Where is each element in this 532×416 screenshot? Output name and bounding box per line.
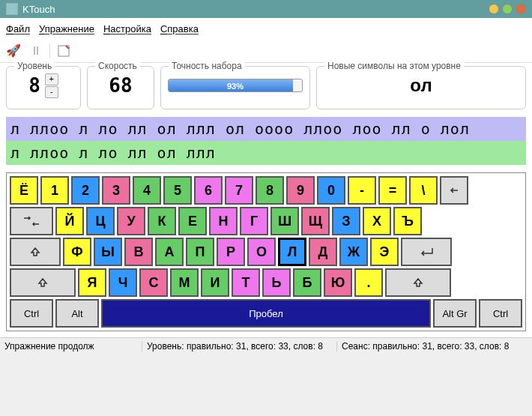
accuracy-label: Точность набора — [169, 61, 245, 71]
key-Ф[interactable]: Ф — [63, 238, 91, 266]
key-3[interactable]: 3 — [102, 176, 130, 205]
doc-button[interactable] — [55, 42, 73, 60]
window-title: KTouch — [22, 4, 55, 15]
minimize-button[interactable] — [489, 4, 499, 14]
newchars-label: Новые символы на этом уровне — [324, 61, 464, 71]
key-enter[interactable] — [401, 238, 452, 266]
key-Я[interactable]: Я — [78, 268, 106, 297]
key-tab[interactable] — [10, 207, 53, 235]
level-label: Уровень — [14, 61, 55, 71]
key-shift-left[interactable] — [10, 268, 76, 297]
accuracy-text: 93% — [169, 79, 302, 92]
keyboard: Ё1234567890-=\ЙЦУКЕНГШЩЗХЪФЫВАПРОЛДЖЭЯЧС… — [6, 172, 526, 331]
key-7[interactable]: 7 — [225, 176, 253, 205]
key-shift-right[interactable] — [385, 268, 451, 297]
key-В[interactable]: В — [124, 238, 153, 266]
key-Ю[interactable]: Ю — [324, 268, 352, 297]
key-Щ[interactable]: Щ — [301, 207, 330, 235]
status-session: Сеанс: правильно: 31, всего: 33, слов: 8 — [337, 341, 532, 352]
level-box: Уровень 8 + - — [6, 66, 81, 109]
key-П[interactable]: П — [186, 238, 214, 266]
key-caps[interactable] — [10, 238, 61, 266]
key-Л[interactable]: Л — [278, 238, 306, 266]
key-Ч[interactable]: Ч — [109, 268, 137, 297]
key-Б[interactable]: Б — [293, 268, 321, 297]
key-9[interactable]: 9 — [286, 176, 315, 205]
key-5[interactable]: 5 — [163, 176, 192, 205]
menubar: Файл Упражнение Настройка Справка — [0, 18, 532, 39]
key-.[interactable]: . — [354, 268, 383, 297]
menu-file[interactable]: Файл — [6, 23, 30, 34]
target-line: л ллоо л ло лл ол ллл ол оооо ллоо лоо л… — [6, 117, 526, 141]
key-Ctrl[interactable]: Ctrl — [479, 299, 522, 328]
key-Пробел[interactable]: Пробел — [101, 299, 431, 328]
speed-box: Скорость 68 — [87, 66, 154, 109]
key-З[interactable]: З — [332, 207, 360, 235]
speed-label: Скорость — [95, 61, 140, 71]
key-backspace[interactable] — [440, 176, 468, 205]
key-Н[interactable]: Н — [209, 207, 238, 235]
pause-button[interactable]: ⏸ — [27, 42, 45, 60]
menu-settings[interactable]: Настройка — [103, 23, 151, 34]
level-up-button[interactable]: + — [45, 73, 58, 85]
key-Й[interactable]: Й — [55, 207, 84, 235]
key-Ъ[interactable]: Ъ — [393, 207, 422, 235]
key-1[interactable]: 1 — [40, 176, 69, 205]
typing-area: л ллоо л ло лл ол ллл ол оооо ллоо лоо л… — [6, 117, 526, 165]
key-Ctrl[interactable]: Ctrl — [10, 299, 53, 328]
key-Ж[interactable]: Ж — [339, 238, 368, 266]
maximize-button[interactable] — [502, 4, 513, 14]
start-lecture-button[interactable]: 🚀 — [4, 42, 22, 60]
key-\[interactable]: \ — [409, 176, 438, 205]
key-К[interactable]: К — [148, 207, 176, 235]
key-0[interactable]: 0 — [317, 176, 345, 205]
key-Ь[interactable]: Ь — [262, 268, 291, 297]
key-Р[interactable]: Р — [217, 238, 245, 266]
key-Д[interactable]: Д — [309, 238, 337, 266]
status-level: Уровень: правильно: 31, всего: 33, слов:… — [142, 341, 337, 352]
key-Э[interactable]: Э — [370, 238, 399, 266]
key-Ш[interactable]: Ш — [270, 207, 299, 235]
key-Alt Gr[interactable]: Alt Gr — [433, 299, 477, 328]
key-Г[interactable]: Г — [240, 207, 268, 235]
level-down-button[interactable]: - — [45, 86, 58, 98]
key--[interactable]: - — [348, 176, 376, 205]
level-value: 8 — [28, 74, 40, 97]
status-exercise: Упражнение продолж — [0, 341, 142, 352]
key-М[interactable]: М — [170, 268, 199, 297]
newchars-box: Новые символы на этом уровне ол — [316, 66, 526, 109]
app-icon — [6, 3, 18, 15]
key-Ц[interactable]: Ц — [86, 207, 115, 235]
key-И[interactable]: И — [201, 268, 229, 297]
key-О[interactable]: О — [247, 238, 276, 266]
accuracy-box: Точность набора 93% — [160, 66, 310, 109]
key-8[interactable]: 8 — [256, 176, 284, 205]
typed-line[interactable]: л ллоо л ло лл ол ллл — [6, 141, 526, 165]
menu-exercise[interactable]: Упражнение — [39, 23, 94, 34]
key-4[interactable]: 4 — [133, 176, 161, 205]
key-Х[interactable]: Х — [363, 207, 391, 235]
toolbar: 🚀 ⏸ — [0, 39, 532, 63]
key-У[interactable]: У — [117, 207, 145, 235]
speed-value: 68 — [94, 70, 148, 101]
titlebar: KTouch — [0, 0, 532, 18]
key-Е[interactable]: Е — [178, 207, 207, 235]
key-6[interactable]: 6 — [194, 176, 223, 205]
key-=[interactable]: = — [378, 176, 407, 205]
key-А[interactable]: А — [155, 238, 184, 266]
key-Ё[interactable]: Ё — [10, 176, 38, 205]
accuracy-progress: 93% — [168, 79, 303, 92]
key-Ы[interactable]: Ы — [94, 238, 122, 266]
key-Alt[interactable]: Alt — [55, 299, 99, 328]
newchars-value: ол — [323, 70, 519, 101]
key-2[interactable]: 2 — [71, 176, 100, 205]
menu-help[interactable]: Справка — [160, 23, 199, 34]
close-button[interactable] — [516, 4, 526, 14]
key-С[interactable]: С — [139, 268, 168, 297]
key-Т[interactable]: Т — [232, 268, 260, 297]
statusbar: Упражнение продолж Уровень: правильно: 3… — [0, 337, 532, 354]
